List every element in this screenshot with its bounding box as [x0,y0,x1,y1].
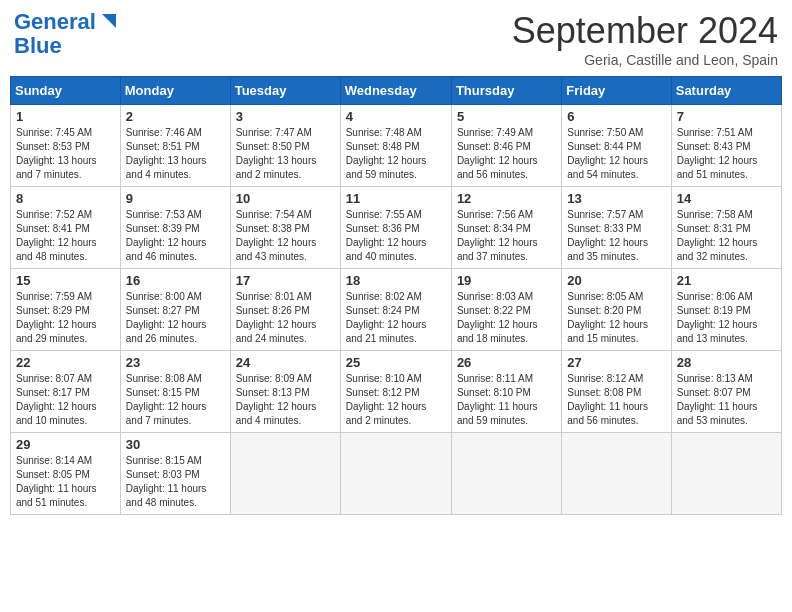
calendar-cell: 4Sunrise: 7:48 AMSunset: 8:48 PMDaylight… [340,105,451,187]
calendar-cell [562,433,671,515]
calendar-cell: 25Sunrise: 8:10 AMSunset: 8:12 PMDayligh… [340,351,451,433]
cell-daylight-info: Sunrise: 8:05 AMSunset: 8:20 PMDaylight:… [567,290,665,346]
calendar-cell: 26Sunrise: 8:11 AMSunset: 8:10 PMDayligh… [451,351,561,433]
location: Geria, Castille and Leon, Spain [512,52,778,68]
cell-daylight-info: Sunrise: 7:53 AMSunset: 8:39 PMDaylight:… [126,208,225,264]
calendar-cell: 27Sunrise: 8:12 AMSunset: 8:08 PMDayligh… [562,351,671,433]
calendar-cell: 24Sunrise: 8:09 AMSunset: 8:13 PMDayligh… [230,351,340,433]
month-title: September 2024 [512,10,778,52]
calendar-cell [230,433,340,515]
logo-arrow-icon [98,10,120,32]
weekday-header-thursday: Thursday [451,77,561,105]
day-number: 28 [677,355,776,370]
cell-daylight-info: Sunrise: 8:11 AMSunset: 8:10 PMDaylight:… [457,372,556,428]
calendar-cell: 17Sunrise: 8:01 AMSunset: 8:26 PMDayligh… [230,269,340,351]
day-number: 25 [346,355,446,370]
day-number: 22 [16,355,115,370]
day-number: 5 [457,109,556,124]
calendar-cell [671,433,781,515]
weekday-header-monday: Monday [120,77,230,105]
calendar-week-row: 29Sunrise: 8:14 AMSunset: 8:05 PMDayligh… [11,433,782,515]
calendar-week-row: 15Sunrise: 7:59 AMSunset: 8:29 PMDayligh… [11,269,782,351]
cell-daylight-info: Sunrise: 7:55 AMSunset: 8:36 PMDaylight:… [346,208,446,264]
cell-daylight-info: Sunrise: 7:59 AMSunset: 8:29 PMDaylight:… [16,290,115,346]
calendar-cell: 7Sunrise: 7:51 AMSunset: 8:43 PMDaylight… [671,105,781,187]
calendar-cell: 19Sunrise: 8:03 AMSunset: 8:22 PMDayligh… [451,269,561,351]
day-number: 8 [16,191,115,206]
calendar-cell: 18Sunrise: 8:02 AMSunset: 8:24 PMDayligh… [340,269,451,351]
calendar-cell: 13Sunrise: 7:57 AMSunset: 8:33 PMDayligh… [562,187,671,269]
cell-daylight-info: Sunrise: 7:57 AMSunset: 8:33 PMDaylight:… [567,208,665,264]
logo: General Blue [14,10,120,58]
weekday-header-row: SundayMondayTuesdayWednesdayThursdayFrid… [11,77,782,105]
weekday-header-sunday: Sunday [11,77,121,105]
title-area: September 2024 Geria, Castille and Leon,… [512,10,778,68]
calendar-cell: 8Sunrise: 7:52 AMSunset: 8:41 PMDaylight… [11,187,121,269]
calendar-cell: 29Sunrise: 8:14 AMSunset: 8:05 PMDayligh… [11,433,121,515]
cell-daylight-info: Sunrise: 8:14 AMSunset: 8:05 PMDaylight:… [16,454,115,510]
calendar-cell: 11Sunrise: 7:55 AMSunset: 8:36 PMDayligh… [340,187,451,269]
cell-daylight-info: Sunrise: 7:47 AMSunset: 8:50 PMDaylight:… [236,126,335,182]
day-number: 21 [677,273,776,288]
calendar-cell: 5Sunrise: 7:49 AMSunset: 8:46 PMDaylight… [451,105,561,187]
calendar-cell: 22Sunrise: 8:07 AMSunset: 8:17 PMDayligh… [11,351,121,433]
cell-daylight-info: Sunrise: 7:49 AMSunset: 8:46 PMDaylight:… [457,126,556,182]
cell-daylight-info: Sunrise: 8:02 AMSunset: 8:24 PMDaylight:… [346,290,446,346]
day-number: 1 [16,109,115,124]
day-number: 12 [457,191,556,206]
day-number: 11 [346,191,446,206]
day-number: 23 [126,355,225,370]
cell-daylight-info: Sunrise: 8:00 AMSunset: 8:27 PMDaylight:… [126,290,225,346]
svg-marker-0 [102,14,116,28]
cell-daylight-info: Sunrise: 8:15 AMSunset: 8:03 PMDaylight:… [126,454,225,510]
day-number: 29 [16,437,115,452]
cell-daylight-info: Sunrise: 7:45 AMSunset: 8:53 PMDaylight:… [16,126,115,182]
logo-blue-text: Blue [14,33,62,58]
calendar-cell: 28Sunrise: 8:13 AMSunset: 8:07 PMDayligh… [671,351,781,433]
day-number: 13 [567,191,665,206]
day-number: 7 [677,109,776,124]
weekday-header-saturday: Saturday [671,77,781,105]
day-number: 2 [126,109,225,124]
cell-daylight-info: Sunrise: 7:58 AMSunset: 8:31 PMDaylight:… [677,208,776,264]
day-number: 30 [126,437,225,452]
calendar-cell: 2Sunrise: 7:46 AMSunset: 8:51 PMDaylight… [120,105,230,187]
weekday-header-friday: Friday [562,77,671,105]
day-number: 14 [677,191,776,206]
weekday-header-wednesday: Wednesday [340,77,451,105]
day-number: 4 [346,109,446,124]
day-number: 19 [457,273,556,288]
calendar-week-row: 22Sunrise: 8:07 AMSunset: 8:17 PMDayligh… [11,351,782,433]
calendar-cell: 16Sunrise: 8:00 AMSunset: 8:27 PMDayligh… [120,269,230,351]
day-number: 24 [236,355,335,370]
calendar-cell: 10Sunrise: 7:54 AMSunset: 8:38 PMDayligh… [230,187,340,269]
calendar-cell: 20Sunrise: 8:05 AMSunset: 8:20 PMDayligh… [562,269,671,351]
day-number: 26 [457,355,556,370]
calendar-cell [451,433,561,515]
cell-daylight-info: Sunrise: 7:51 AMSunset: 8:43 PMDaylight:… [677,126,776,182]
day-number: 16 [126,273,225,288]
day-number: 10 [236,191,335,206]
calendar-cell: 3Sunrise: 7:47 AMSunset: 8:50 PMDaylight… [230,105,340,187]
weekday-header-tuesday: Tuesday [230,77,340,105]
cell-daylight-info: Sunrise: 8:10 AMSunset: 8:12 PMDaylight:… [346,372,446,428]
calendar-cell: 30Sunrise: 8:15 AMSunset: 8:03 PMDayligh… [120,433,230,515]
day-number: 27 [567,355,665,370]
cell-daylight-info: Sunrise: 8:12 AMSunset: 8:08 PMDaylight:… [567,372,665,428]
calendar-cell: 21Sunrise: 8:06 AMSunset: 8:19 PMDayligh… [671,269,781,351]
calendar-cell: 9Sunrise: 7:53 AMSunset: 8:39 PMDaylight… [120,187,230,269]
calendar-cell: 23Sunrise: 8:08 AMSunset: 8:15 PMDayligh… [120,351,230,433]
day-number: 18 [346,273,446,288]
day-number: 17 [236,273,335,288]
logo-text: General [14,10,96,34]
calendar-cell [340,433,451,515]
calendar-cell: 12Sunrise: 7:56 AMSunset: 8:34 PMDayligh… [451,187,561,269]
calendar-cell: 15Sunrise: 7:59 AMSunset: 8:29 PMDayligh… [11,269,121,351]
cell-daylight-info: Sunrise: 8:08 AMSunset: 8:15 PMDaylight:… [126,372,225,428]
calendar-week-row: 8Sunrise: 7:52 AMSunset: 8:41 PMDaylight… [11,187,782,269]
calendar-table: SundayMondayTuesdayWednesdayThursdayFrid… [10,76,782,515]
cell-daylight-info: Sunrise: 7:46 AMSunset: 8:51 PMDaylight:… [126,126,225,182]
day-number: 3 [236,109,335,124]
day-number: 20 [567,273,665,288]
day-number: 15 [16,273,115,288]
